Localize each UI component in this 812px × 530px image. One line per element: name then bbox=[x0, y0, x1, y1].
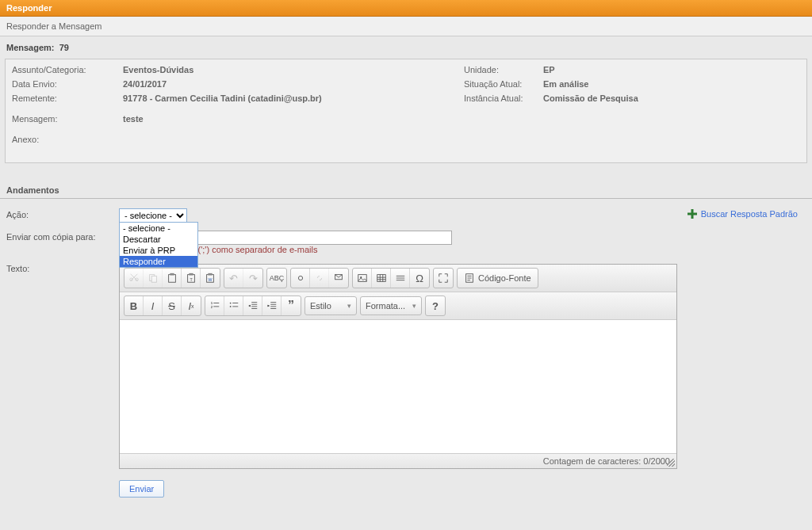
remetente-label: Remetente: bbox=[12, 93, 123, 103]
svg-rect-3 bbox=[151, 276, 156, 282]
svg-point-20 bbox=[229, 306, 231, 307]
acao-dropdown[interactable]: - selecione - Descartar Enviar à PRP Res… bbox=[119, 222, 198, 268]
indent-button[interactable] bbox=[262, 296, 282, 315]
chevron-down-icon: ▾ bbox=[347, 302, 351, 310]
svg-rect-5 bbox=[170, 273, 174, 276]
page-header: Responder bbox=[0, 0, 812, 17]
message-section-title: Mensagem: 79 bbox=[0, 36, 812, 59]
page-title: Responder bbox=[6, 3, 52, 13]
editor-toolbar-row2: B I S Ix 12 ” Estilo▾ Formata...▾ bbox=[120, 292, 676, 320]
anexo-label: Anexo: bbox=[12, 135, 123, 144]
svg-rect-4 bbox=[168, 275, 175, 283]
acao-option-responder[interactable]: Responder bbox=[120, 256, 197, 267]
acao-label: Ação: bbox=[6, 208, 119, 219]
plus-icon bbox=[687, 208, 698, 219]
situacao-value: Em análise bbox=[543, 79, 588, 89]
page-subheader: Responder a Mensagem bbox=[0, 17, 812, 36]
bulletlist-button[interactable] bbox=[224, 296, 243, 315]
andamentos-section: Andamentos bbox=[0, 182, 812, 199]
instancia-label: Instância Atual: bbox=[464, 93, 543, 103]
acao-select[interactable]: - selecione - bbox=[119, 208, 187, 223]
outdent-button[interactable] bbox=[243, 296, 262, 315]
blockquote-button[interactable]: ” bbox=[282, 296, 301, 315]
cut-button[interactable] bbox=[124, 269, 144, 288]
svg-rect-1 bbox=[688, 213, 697, 215]
unidade-value: EP bbox=[543, 65, 555, 74]
removeformat-button[interactable]: Ix bbox=[182, 296, 201, 315]
svg-point-19 bbox=[229, 303, 231, 304]
unidade-label: Unidade: bbox=[464, 65, 543, 74]
italic-button[interactable]: I bbox=[144, 296, 163, 315]
format-combo[interactable]: Formata...▾ bbox=[360, 296, 422, 315]
acao-option-descartar[interactable]: Descartar bbox=[120, 234, 197, 245]
char-counter: Contagem de caracteres: 0/2000 bbox=[543, 456, 670, 466]
remetente-value: 91778 - Carmen Cecilia Tadini (catadini@… bbox=[123, 93, 322, 103]
svg-text:T: T bbox=[190, 277, 193, 282]
svg-rect-10 bbox=[208, 273, 212, 276]
buscar-resposta-padrao-link[interactable]: Buscar Resposta Padrão bbox=[687, 208, 798, 219]
editor-content-area[interactable] bbox=[120, 320, 676, 453]
svg-text:W: W bbox=[209, 277, 213, 282]
subheader-text: Responder a Mensagem bbox=[6, 21, 102, 31]
unlink-button[interactable] bbox=[310, 269, 329, 288]
mensagem-label: Mensagem: bbox=[12, 114, 123, 124]
bold-button[interactable]: B bbox=[124, 296, 144, 315]
svg-rect-13 bbox=[358, 275, 366, 282]
assunto-value: Eventos-Dúvidas bbox=[123, 65, 193, 74]
instancia-value: Comissão de Pesquisa bbox=[543, 93, 638, 103]
data-value: 24/01/2017 bbox=[123, 79, 167, 89]
texto-label: Texto: bbox=[6, 262, 119, 273]
chevron-down-icon: ▾ bbox=[412, 302, 416, 310]
data-label: Data Envio: bbox=[12, 79, 123, 89]
document-icon bbox=[464, 273, 475, 284]
strike-button[interactable]: S bbox=[163, 296, 182, 315]
editor-footer: Contagem de caracteres: 0/2000 bbox=[120, 453, 676, 468]
svg-rect-15 bbox=[377, 275, 385, 282]
enviar-button[interactable]: Enviar bbox=[119, 480, 164, 498]
help-button[interactable]: ? bbox=[426, 296, 445, 315]
rich-text-editor: T W ↶ ↷ ABÇ bbox=[119, 264, 677, 469]
acao-option-enviar-prp[interactable]: Enviar à PRP bbox=[120, 245, 197, 256]
assunto-label: Assunto/Categoria: bbox=[12, 65, 123, 74]
resize-handle-icon[interactable] bbox=[667, 459, 675, 467]
numberedlist-button[interactable]: 12 bbox=[205, 296, 224, 315]
undo-button[interactable]: ↶ bbox=[224, 269, 243, 288]
mensagem-value: teste bbox=[123, 114, 144, 124]
acao-option-selecione[interactable]: - selecione - bbox=[120, 223, 197, 234]
svg-text:2: 2 bbox=[210, 305, 213, 309]
style-combo[interactable]: Estilo▾ bbox=[304, 296, 357, 315]
svg-rect-7 bbox=[189, 273, 193, 276]
copy-button[interactable] bbox=[144, 269, 163, 288]
redo-button[interactable]: ↷ bbox=[243, 269, 262, 288]
situacao-label: Situação Atual: bbox=[464, 79, 543, 89]
cc-label: Enviar com cópia para: bbox=[6, 231, 119, 242]
message-details: Assunto/Categoria:Eventos-Dúvidas Data E… bbox=[5, 59, 807, 163]
